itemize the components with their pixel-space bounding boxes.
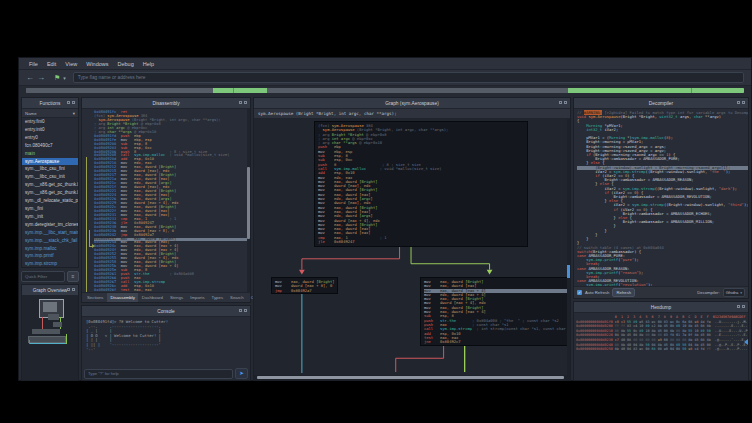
function-item[interactable]: entry.init0: [22, 126, 78, 134]
disassembly-panel: Disassembly 0x080491fc ret(fcn) sym.Aero…: [81, 97, 251, 303]
tab-search[interactable]: Search: [227, 293, 247, 302]
menu-debug[interactable]: Debug: [118, 61, 134, 67]
auto-refresh-checkbox[interactable]: [577, 290, 582, 295]
function-item[interactable]: sym._init: [22, 213, 78, 221]
graph-vertical-scrollbar[interactable]: [567, 119, 570, 375]
tab-sections[interactable]: Sections: [84, 293, 106, 302]
quick-filter-input[interactable]: Quick Filter: [21, 271, 65, 282]
scrollbar-thumb[interactable]: [247, 167, 250, 239]
asm-line[interactable]: jmp 0x80492a7: [275, 289, 334, 293]
decompiler-select-label: Decompiler:: [697, 290, 719, 295]
tab-strings[interactable]: Strings: [167, 293, 186, 302]
function-item[interactable]: fcn.080490c7: [22, 142, 78, 150]
close-icon[interactable]: [72, 101, 75, 104]
tab-dashboard[interactable]: Dashboard: [139, 293, 166, 302]
close-icon[interactable]: [564, 101, 567, 104]
function-item[interactable]: entry.fini0: [22, 118, 78, 126]
graph-node-entry[interactable]: (fcn) sym.Aerospause 384 sym.Aerospause …: [314, 121, 528, 247]
popout-icon[interactable]: [737, 305, 740, 308]
disassembly-scrollbar[interactable]: [247, 109, 250, 292]
navbar-segment[interactable]: [267, 88, 569, 93]
graph-overview-minimap[interactable]: [22, 296, 78, 380]
close-icon[interactable]: [742, 305, 745, 308]
graph-overview-panel: Graph Overview: [21, 284, 79, 381]
scrollbar-thumb[interactable]: [567, 265, 570, 278]
hexdump-row[interactable]: 0x0000000008049250 8b 40 04 83 ec 08 68 …: [576, 347, 747, 352]
back-button[interactable]: ←: [26, 74, 34, 82]
popout-icon[interactable]: [67, 288, 70, 291]
function-item[interactable]: entry0: [22, 134, 78, 142]
console-input[interactable]: Type "?" for help: [84, 369, 233, 379]
function-item[interactable]: sym.__libc_csu_init: [22, 173, 78, 181]
graph-horizontal-scrollbar[interactable]: [254, 375, 570, 380]
asm-line[interactable]: jne 0x80492c7: [424, 340, 570, 344]
popout-icon[interactable]: [559, 101, 562, 104]
function-item[interactable]: sym.imp.malloc: [22, 245, 78, 253]
minimap-edge-red: [42, 317, 43, 329]
graph-overview-header: Graph Overview: [22, 285, 78, 296]
close-icon[interactable]: [72, 288, 75, 291]
tab-types[interactable]: Types: [209, 293, 226, 302]
function-item[interactable]: sym._fini: [22, 205, 78, 213]
function-item[interactable]: sym.__x86.get_pc_thunk.bx: [22, 189, 78, 197]
navbar-segment[interactable]: [568, 88, 744, 93]
forward-button[interactable]: →: [37, 74, 45, 82]
console-send-button[interactable]: ➤: [235, 368, 248, 379]
navbar-wrap: [19, 86, 751, 95]
chevron-down-icon[interactable]: ▾: [63, 75, 66, 81]
popout-icon[interactable]: [737, 101, 740, 104]
function-item[interactable]: sym.imp.strcmp: [22, 260, 78, 267]
close-icon[interactable]: [244, 101, 247, 104]
menu-edit[interactable]: Edit: [47, 61, 56, 67]
function-item[interactable]: sym.__libc_csu_fini: [22, 165, 78, 173]
refresh-button[interactable]: Refresh: [612, 288, 635, 297]
decompiler-panel: Decompiler // WARNING: [r2ghidra] Failed…: [573, 97, 749, 299]
hexdump-view[interactable]: 0 1 2 3 4 5 6 7 8 9 A B C D E F 01234567…: [574, 313, 748, 380]
disassembly-panel-header: Disassembly: [82, 98, 250, 109]
function-item[interactable]: sym.__x86.get_pc_thunk.bp: [22, 181, 78, 189]
navbar-seek-marker: [691, 88, 693, 93]
main-area: Functions Name ▾ entry.fini0entry.init0e…: [19, 95, 751, 383]
graph-node-false-branch[interactable]: mov eax, dword [Bright]mov eax, dword [e…: [420, 277, 570, 346]
popout-icon[interactable]: [239, 309, 242, 312]
disassembly-view: 0x080491fc ret(fcn) sym.Aerospause 384 s…: [82, 109, 250, 292]
chevron-down-icon: ▾: [740, 291, 742, 295]
decompiler-view: // WARNING: [r2ghidra] Failed to match t…: [574, 109, 748, 286]
quick-filter-row: Quick Filter ≡: [21, 270, 79, 282]
navigation-bar[interactable]: [26, 88, 744, 93]
asm-line[interactable]: jle 0x8049247: [318, 240, 524, 244]
menu-help[interactable]: Help: [143, 61, 154, 67]
menu-file[interactable]: File: [29, 61, 38, 67]
function-item[interactable]: sym._dl_relocate_static_pie: [22, 197, 78, 205]
function-item[interactable]: main: [22, 150, 78, 158]
console-input-row: Type "?" for help ➤: [82, 367, 250, 380]
function-item[interactable]: sym.imp.printf: [22, 252, 78, 260]
minimap-edge-red: [29, 340, 30, 344]
tab-imports[interactable]: Imports: [187, 293, 207, 302]
functions-column-header[interactable]: Name ▾: [22, 109, 78, 118]
navbar-segment[interactable]: [26, 88, 213, 93]
menu-view[interactable]: View: [65, 61, 77, 67]
filter-options-button[interactable]: ≡: [67, 271, 79, 282]
decompiler-engine-select[interactable]: Ghidra ▾: [723, 288, 745, 297]
popout-icon[interactable]: [67, 101, 70, 104]
panel-title: Graph (sym.Aerospause): [385, 101, 439, 106]
popout-icon[interactable]: [239, 101, 242, 104]
function-item[interactable]: sym.imp.__libc_start_main: [22, 229, 78, 237]
scrollbar-thumb[interactable]: [257, 376, 564, 379]
function-item[interactable]: sym.deregister_tm_clones: [22, 221, 78, 229]
graph-canvas[interactable]: (fcn) sym.Aerospause 384 sym.Aerospause …: [254, 119, 570, 375]
function-item[interactable]: sym.imp.__stack_chk_fail: [22, 237, 78, 245]
sort-chevron-icon[interactable]: ▾: [73, 111, 75, 116]
flag-icon[interactable]: ⚑: [54, 74, 60, 82]
minimap-node: [32, 329, 60, 334]
menu-windows[interactable]: Windows: [86, 61, 108, 67]
close-icon[interactable]: [244, 309, 247, 312]
function-item[interactable]: sym.Aerospause: [22, 158, 78, 166]
graph-node-true-branch[interactable]: mov eax, dword [Bright]mov dword [eax + …: [271, 277, 338, 294]
close-icon[interactable]: [742, 101, 745, 104]
address-search-input[interactable]: Type flag name or address here: [73, 72, 744, 83]
navbar-segment[interactable]: [213, 88, 267, 93]
column-header-label: Name: [25, 111, 37, 116]
tab-disassembly[interactable]: Disassembly: [107, 293, 137, 302]
